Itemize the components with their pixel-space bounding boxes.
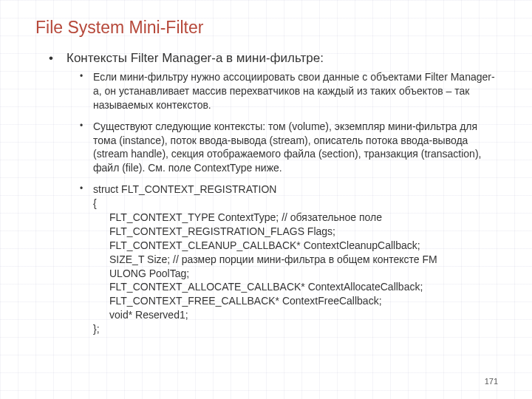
struct-body: FLT_CONTEXT_TYPE ContextType; // обязате… xyxy=(93,211,497,322)
sub-bullet-struct: struct FLT_CONTEXT_REGISTRATION { FLT_CO… xyxy=(80,183,497,336)
struct-head: struct FLT_CONTEXT_REGISTRATION xyxy=(93,183,497,197)
struct-line-8: void* Reserved1; xyxy=(109,308,497,322)
struct-close-brace: }; xyxy=(93,322,497,336)
struct-line-6: FLT_CONTEXT_ALLOCATE_CALLBACK* ContextAl… xyxy=(109,280,497,294)
sub-bullet-1: Если мини-фильтру нужно ассоциировать св… xyxy=(80,70,497,112)
page-number: 171 xyxy=(485,377,498,386)
struct-line-5: ULONG PoolTag; xyxy=(109,267,497,281)
main-bullet-text: Контексты Filter Manager-а в мини-фильтр… xyxy=(66,51,324,65)
slide-content: File System Mini-Filter Контексты Filter… xyxy=(0,0,532,399)
sub-list: Если мини-фильтру нужно ассоциировать св… xyxy=(80,70,497,336)
struct-line-3: FLT_CONTEXT_CLEANUP_CALLBACK* ContextCle… xyxy=(109,239,497,253)
main-bullet: Контексты Filter Manager-а в мини-фильтр… xyxy=(49,51,497,336)
struct-definition: struct FLT_CONTEXT_REGISTRATION { FLT_CO… xyxy=(93,183,497,336)
struct-line-4: SIZE_T Size; // размер порции мини-фильт… xyxy=(109,253,497,267)
struct-line-1: FLT_CONTEXT_TYPE ContextType; // обязате… xyxy=(109,211,497,225)
top-list: Контексты Filter Manager-а в мини-фильтр… xyxy=(49,51,497,336)
sub-bullet-2: Существуют следующие контексты: том (vol… xyxy=(80,120,497,176)
struct-open-brace: { xyxy=(93,197,497,211)
slide-title: File System Mini-Filter xyxy=(35,18,497,38)
struct-line-2: FLT_CONTEXT_REGISTRATION_FLAGS Flags; xyxy=(109,225,497,239)
struct-line-7: FLT_CONTEXT_FREE_CALLBACK* ContextFreeCa… xyxy=(109,294,497,308)
